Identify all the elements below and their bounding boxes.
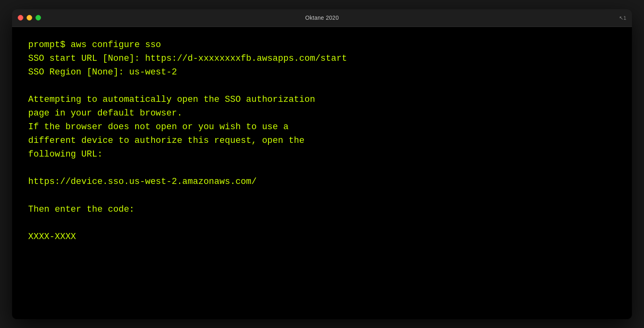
terminal-line-attempting-line2: page in your default browser.: [28, 107, 616, 120]
terminal-line-sso-url: SSO start URL [None]: https://d-xxxxxxxx…: [28, 52, 616, 66]
terminal-empty-line: [28, 189, 616, 203]
terminal-empty-line: [28, 217, 616, 230]
window-controls-right: ↖1: [619, 15, 626, 21]
maximize-button[interactable]: [35, 15, 41, 21]
terminal-line-then-enter: Then enter the code:: [28, 203, 616, 217]
minimize-button[interactable]: [27, 15, 32, 21]
terminal-empty-line: [28, 79, 616, 93]
terminal-output: prompt$ aws configure ssoSSO start URL […: [28, 38, 616, 244]
terminal-line-if-line3: following URL:: [28, 148, 616, 161]
close-button[interactable]: [18, 15, 23, 21]
terminal-line-if-line2: different device to authorize this reque…: [28, 134, 616, 148]
terminal-line-if-line1: If the browser does not open or you wish…: [28, 120, 616, 134]
terminal-line-attempting-line1: Attempting to automatically open the SSO…: [28, 93, 616, 107]
terminal-line-sso-region: SSO Region [None]: us-west-2: [28, 66, 616, 79]
terminal-empty-line: [28, 161, 616, 175]
terminal-line-device-url: https://device.sso.us-west-2.amazonaws.c…: [28, 175, 616, 189]
terminal-line-prompt: prompt$ aws configure sso: [28, 38, 616, 52]
terminal-body[interactable]: prompt$ aws configure ssoSSO start URL […: [12, 27, 632, 319]
terminal-line-code: XXXX-XXXX: [28, 230, 616, 244]
terminal-window: Oktane 2020 ↖1 prompt$ aws configure sso…: [12, 9, 632, 319]
titlebar: Oktane 2020 ↖1: [12, 9, 632, 27]
traffic-lights: [18, 15, 41, 21]
window-title: Oktane 2020: [305, 14, 339, 21]
